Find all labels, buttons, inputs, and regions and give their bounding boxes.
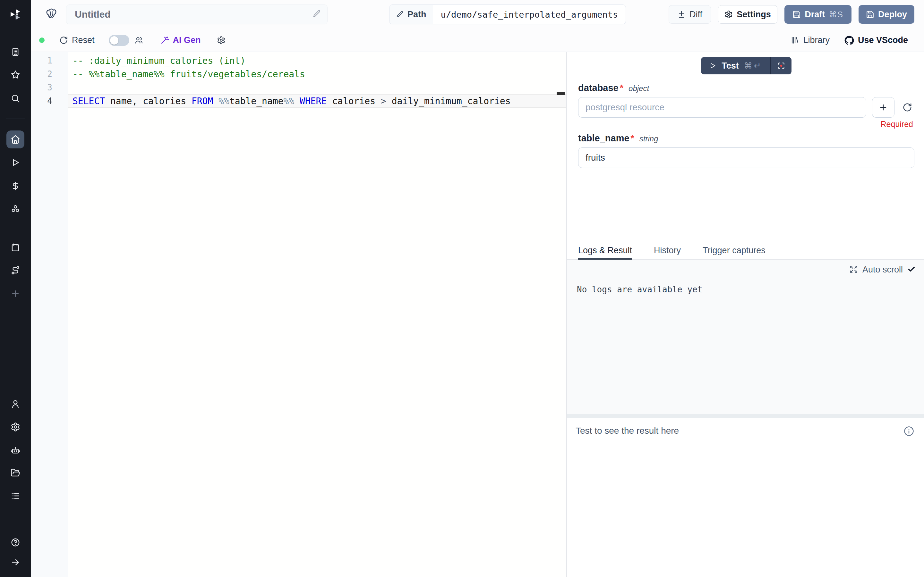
calendar-icon [11, 243, 20, 252]
cubes-icon [11, 204, 20, 214]
run-form: Test ⌘↵ [567, 52, 924, 244]
code-editor[interactable]: 1234 -- :daily_minimum_calories (int)-- … [31, 52, 566, 577]
github-icon [845, 35, 854, 45]
topbar: Untitled Path u/demo/safe_interpolated_a… [31, 0, 924, 29]
path-label-segment: Path [389, 5, 433, 24]
windmill-app: Untitled Path u/demo/safe_interpolated_a… [0, 0, 924, 577]
result-hint: Test to see the result here [575, 426, 679, 436]
plus-icon [879, 103, 888, 112]
auto-scroll-label: Auto scroll [863, 265, 903, 275]
sidebar-item-runs[interactable] [0, 158, 31, 167]
sidebar-item-triggers[interactable] [0, 266, 31, 275]
sidebar-item-logs[interactable] [0, 491, 31, 501]
path-field[interactable]: Path u/demo/safe_interpolated_arguments [389, 5, 626, 24]
sidebar-item-add[interactable] [0, 289, 31, 298]
refresh-icon [903, 103, 912, 112]
wand-sparkles-icon [160, 36, 169, 45]
play-icon [709, 62, 716, 69]
sidebar-item-schedules[interactable] [0, 243, 31, 252]
sidebar-item-variables[interactable] [0, 181, 31, 191]
sidebar [0, 0, 31, 577]
path-value[interactable]: u/demo/safe_interpolated_arguments [433, 5, 626, 24]
diff-mode-toggle[interactable] [109, 35, 129, 46]
tab-history[interactable]: History [654, 244, 681, 259]
windmill-logo[interactable] [0, 8, 31, 21]
database-input[interactable] [578, 97, 866, 118]
list-icon [11, 491, 20, 501]
sidebar-item-home[interactable] [6, 131, 24, 148]
use-vscode-button[interactable]: Use VScode [845, 35, 908, 45]
script-title: Untitled [75, 9, 111, 20]
refresh-resources-button[interactable] [900, 103, 914, 112]
settings-button[interactable]: Settings [718, 5, 777, 24]
auto-scroll-checkbox[interactable] [907, 265, 916, 275]
sidebar-item-users[interactable] [0, 399, 31, 409]
expand-icon [850, 265, 858, 274]
sidebar-item-workspace[interactable] [0, 47, 31, 57]
run-panel: Test ⌘↵ [567, 52, 924, 577]
star-icon [11, 70, 20, 79]
logs-result-splitter[interactable] [567, 414, 924, 418]
code-line[interactable]: -- :daily_minimum_calories (int) [68, 54, 566, 67]
home-icon [11, 135, 20, 144]
sidebar-item-help[interactable] [0, 538, 31, 547]
result-pane: Test to see the result here [567, 418, 924, 577]
plus-icon [11, 289, 20, 298]
expand-logs-button[interactable] [850, 265, 858, 275]
line-number: 3 [31, 81, 68, 94]
users-icon[interactable] [134, 36, 143, 45]
save-icon [792, 10, 801, 19]
bot-icon [11, 446, 20, 455]
tab-logs-result[interactable]: Logs & Result [578, 244, 632, 259]
draft-shortcut: ⌘S [829, 10, 843, 19]
pencil-icon [396, 11, 404, 18]
pencil-icon[interactable] [312, 10, 321, 19]
sidebar-item-search[interactable] [0, 93, 31, 103]
reset-button[interactable]: Reset [59, 35, 95, 45]
script-title-input[interactable]: Untitled [66, 5, 328, 24]
user-icon [11, 399, 20, 409]
sidebar-item-folders[interactable] [0, 468, 31, 478]
field-label-database: database* object [578, 83, 914, 93]
sidebar-item-favorites[interactable] [0, 70, 31, 79]
add-resource-button[interactable] [872, 97, 895, 118]
script-settings-icon[interactable] [217, 36, 226, 45]
code-line[interactable] [68, 81, 566, 94]
gear-icon [724, 10, 733, 19]
sidebar-item-resources[interactable] [0, 204, 31, 214]
tab-trigger-captures[interactable]: Trigger captures [703, 244, 766, 259]
logs-pane: Auto scroll No logs are available yet [567, 259, 924, 414]
sidebar-item-settings[interactable] [0, 422, 31, 432]
check-icon [907, 265, 916, 274]
path-label: Path [407, 10, 426, 19]
plus-minus-icon [677, 10, 686, 19]
line-number: 2 [31, 67, 68, 81]
line-number: 1 [31, 54, 68, 67]
postgresql-icon [45, 7, 58, 21]
field-label-table-name: table_name* string [578, 133, 914, 143]
library-button[interactable]: Library [790, 35, 830, 45]
diff-button[interactable]: Diff [669, 5, 711, 24]
sidebar-item-workers[interactable] [0, 446, 31, 455]
test-button[interactable]: Test ⌘↵ [701, 57, 770, 74]
run-tabs: Logs & ResultHistoryTrigger captures [567, 244, 924, 259]
ai-gen-button[interactable]: AI Gen [160, 35, 201, 45]
sidebar-item-collapse[interactable] [0, 558, 31, 567]
code-line[interactable]: SELECT name, calories FROM %%table_name%… [68, 94, 566, 108]
code-line[interactable]: -- %%table_name%% fruits/vegetables/cere… [68, 67, 566, 81]
refresh-icon [59, 36, 68, 45]
help-icon [11, 538, 20, 547]
sidebar-divider [6, 119, 25, 119]
table-name-input[interactable] [578, 147, 914, 168]
search-icon [11, 93, 20, 103]
deploy-button[interactable]: Deploy [859, 5, 914, 24]
validation-message: Required [578, 119, 914, 129]
capture-button[interactable] [771, 57, 792, 74]
line-number: 4 [31, 94, 68, 108]
info-icon[interactable] [903, 426, 914, 438]
test-button-group: Test ⌘↵ [701, 57, 791, 74]
gear-icon [11, 422, 20, 432]
editor-toolbar: Reset AI Gen [31, 29, 924, 52]
dollar-icon [11, 181, 20, 191]
draft-button[interactable]: Draft ⌘S [784, 5, 851, 24]
